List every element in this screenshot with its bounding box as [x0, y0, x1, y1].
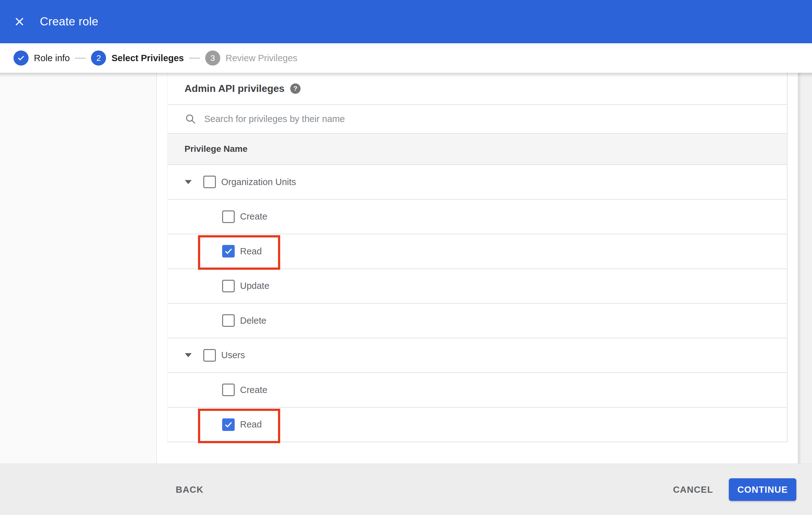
collapse-caret-icon[interactable]	[185, 180, 192, 184]
step-review-privileges[interactable]: 3 Review Privileges	[205, 51, 297, 65]
checkbox-unchecked[interactable]	[203, 176, 216, 188]
create-role-dialog: Create role Role info 2 Select Privilege…	[0, 0, 812, 515]
privilege-row[interactable]: Delete	[168, 304, 787, 338]
step-label: Role info	[34, 53, 70, 63]
column-header: Privilege Name	[184, 144, 248, 154]
help-icon[interactable]: ?	[290, 84, 300, 94]
step-completed-check-icon	[13, 51, 29, 65]
section-title: Admin API privileges	[184, 83, 285, 94]
privilege-search-row	[168, 105, 787, 133]
step-label: Review Privileges	[226, 53, 297, 63]
privilege-label: Create	[240, 385, 267, 395]
step-number: 3	[205, 51, 220, 65]
checkbox-checked[interactable]	[222, 418, 235, 431]
checkbox-unchecked[interactable]	[203, 349, 216, 362]
section-title-block: Admin API privileges ?	[168, 73, 787, 105]
checkbox-checked[interactable]	[222, 245, 235, 258]
checkbox-unchecked[interactable]	[222, 280, 235, 292]
close-icon[interactable]	[14, 16, 25, 27]
checkbox-unchecked[interactable]	[222, 210, 235, 223]
empty-left-panel	[0, 73, 157, 463]
privilege-label: Read	[240, 246, 262, 256]
privilege-row[interactable]: Read	[168, 234, 787, 269]
privilege-label: Delete	[240, 315, 266, 326]
privileges-panel: Admin API privileges ? Privilege Name Or…	[167, 73, 787, 442]
cancel-button[interactable]: CANCEL	[673, 484, 713, 495]
privilege-search-input[interactable]	[204, 114, 675, 124]
privilege-group-row[interactable]: Organization Units	[168, 165, 787, 200]
dialog-title: Create role	[40, 15, 98, 28]
continue-button[interactable]: CONTINUE	[729, 478, 796, 501]
step-separator	[75, 58, 86, 59]
privilege-row[interactable]: Create	[168, 373, 787, 408]
privilege-group-label: Organization Units	[221, 177, 296, 187]
checkbox-unchecked[interactable]	[222, 314, 235, 327]
step-label: Select Privileges	[111, 53, 184, 63]
privilege-group-row[interactable]: Users	[168, 338, 787, 373]
privilege-label: Read	[240, 419, 262, 430]
step-number: 2	[91, 51, 106, 65]
dialog-footer: BACK CANCEL CONTINUE	[0, 463, 812, 515]
step-role-info[interactable]: Role info	[13, 51, 70, 65]
highlight-box	[198, 235, 280, 270]
scrollbar-track[interactable]	[798, 73, 812, 463]
back-button[interactable]: BACK	[176, 484, 204, 495]
privilege-row[interactable]: Update	[168, 269, 787, 304]
privilege-table-body: Organization UnitsCreateReadUpdateDelete…	[168, 165, 787, 442]
checkbox-unchecked[interactable]	[222, 384, 235, 396]
wizard-stepper: Role info 2 Select Privileges 3 Review P…	[0, 43, 812, 73]
privilege-label: Create	[240, 211, 267, 222]
privilege-label: Update	[240, 281, 269, 291]
privilege-group-label: Users	[221, 350, 245, 360]
step-separator	[189, 58, 200, 59]
highlight-box	[198, 409, 280, 443]
privilege-row[interactable]: Read	[168, 408, 787, 443]
search-icon	[185, 113, 196, 124]
step-select-privileges[interactable]: 2 Select Privileges	[91, 51, 184, 65]
privilege-row[interactable]: Create	[168, 200, 787, 235]
collapse-caret-icon[interactable]	[185, 353, 192, 357]
table-header-row: Privilege Name	[168, 133, 787, 165]
dialog-header: Create role	[0, 0, 812, 43]
